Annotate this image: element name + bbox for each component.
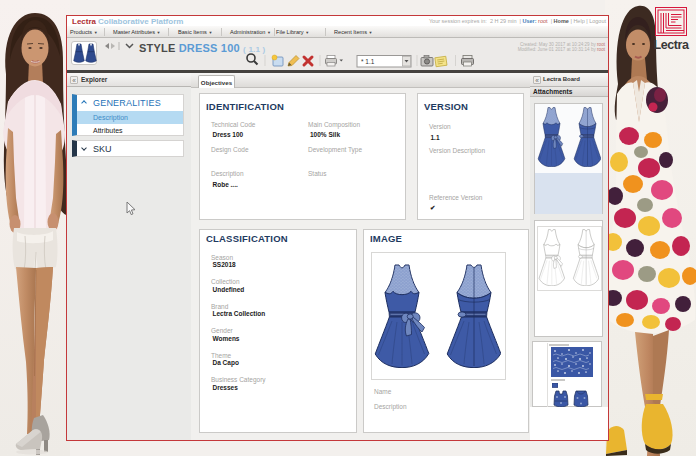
svg-text:Lectra: Lectra <box>654 38 691 52</box>
svg-text:* 1.1: * 1.1 <box>361 58 375 65</box>
